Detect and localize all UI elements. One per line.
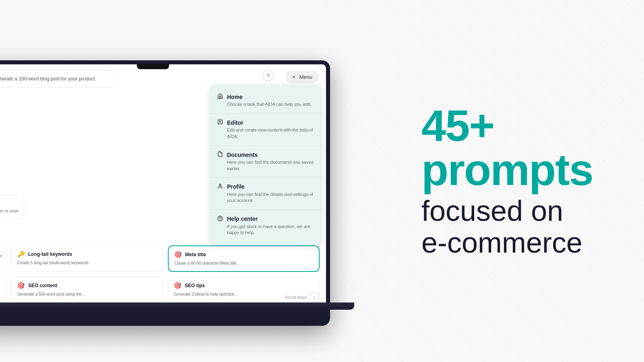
profile-icon — [217, 183, 223, 190]
bottom-cards-row1: words for your 🔑 Long-tail keywords Crea… — [0, 245, 320, 272]
menu-help-desc: If you get stuck or have a question, we … — [217, 224, 314, 236]
question-icon: ? — [266, 73, 269, 79]
menu-profile-label: Profile — [227, 183, 245, 190]
meta-title-label: Meta title — [185, 252, 206, 257]
promo-focused: focused on — [421, 195, 593, 227]
menu-button-label: Menu — [299, 74, 312, 80]
menu-item-home[interactable]: Home Choose a task that AIDA can help yo… — [209, 88, 322, 113]
laptop-screen: Generate a 100-word blog post for your p… — [0, 64, 326, 309]
menu-item-documents[interactable]: Documents Here you can find the document… — [209, 146, 322, 178]
menu-home-label: Home — [227, 94, 243, 100]
menu-documents-desc: Here you can find the documents you save… — [217, 159, 314, 172]
partial-keywords-text: words for your — [0, 250, 3, 258]
bottom-cards-row2: 🎯 SEO content Generate a 500-word post u… — [0, 277, 320, 302]
seo-content-icon: 🎯 — [17, 282, 25, 289]
long-tail-card[interactable]: 🔑 Long-tail keywords Create 5 long-tail … — [11, 245, 163, 272]
menu-profile-desc: Here you can find the details and settin… — [217, 191, 314, 204]
blog-post-card-text: Generate a 100-word blog post for your p… — [0, 76, 107, 82]
partial-left-title: tion — [0, 201, 19, 207]
seo-content-desc: Generate a 500-word post using the... — [17, 292, 157, 297]
help-button[interactable]: ? — [262, 70, 274, 81]
long-tail-card-header: 🔑 Long-tail keywords — [17, 251, 157, 258]
partial-keywords-card: words for your — [0, 245, 6, 272]
dropdown-menu: Home Choose a task that AIDA can help yo… — [209, 84, 322, 245]
promo-prompts: prompts — [421, 148, 593, 192]
menu-item-help[interactable]: Help center If you get stuck or have a q… — [209, 210, 322, 242]
laptop-frame: Generate a 100-word blog post for your p… — [0, 60, 330, 326]
left-section: Generate a 100-word blog post for your p… — [0, 0, 346, 362]
promo-ecommerce: e-commerce — [421, 227, 593, 259]
blog-post-card: Generate a 100-word blog post for your p… — [0, 70, 114, 88]
menu-documents-label: Documents — [227, 152, 258, 158]
long-tail-title: Long-tail keywords — [28, 251, 72, 257]
meta-title-desc: Create a 60-90 character Meta title. — [174, 261, 313, 266]
promo-number: 45+ — [421, 103, 593, 148]
seo-content-title: SEO content — [28, 283, 57, 288]
menu-item-editor[interactable]: Editor Edit and create new content with … — [209, 113, 322, 146]
menu-button[interactable]: ✕ Menu — [285, 71, 319, 83]
seo-content-card[interactable]: 🎯 SEO content Generate a 500-word post u… — [11, 277, 163, 302]
promo-text-block: 45+ prompts focused on e-commerce — [421, 103, 593, 259]
section-ion-label: ion — [0, 181, 24, 191]
seo-content-header: 🎯 SEO content — [17, 282, 157, 289]
menu-home-desc: Choose a task that AIDA can help you wit… — [217, 101, 314, 107]
partial-bottom-card — [0, 277, 6, 302]
home-icon — [217, 93, 223, 100]
menu-help-label: Help center — [227, 216, 258, 222]
svg-point-31 — [219, 184, 221, 186]
partial-left-body: character or your — [0, 208, 19, 213]
edit-icon — [217, 119, 223, 126]
seo-tips-header: 🎯 SEO tips — [174, 282, 314, 289]
partial-section-left: ion tion character or your — [0, 181, 24, 219]
scroll-indicator: Scroll down ↓ — [285, 293, 319, 302]
seo-tips-icon: 🎯 — [174, 282, 182, 289]
menu-editor-desc: Edit and create new content with the hel… — [217, 127, 314, 140]
meta-title-card-header: 🎯 Meta title — [174, 251, 313, 258]
bottom-cards-section: words for your 🔑 Long-tail keywords Crea… — [0, 245, 326, 309]
meta-title-card[interactable]: 🎯 Meta title Create a 60-90 character Me… — [168, 245, 320, 272]
laptop-base — [0, 302, 354, 310]
menu-item-profile[interactable]: Profile Here you can find the details an… — [209, 178, 322, 210]
help-circle-icon — [217, 216, 223, 222]
long-tail-desc: Create 5 long-tail (multi-word) keywords… — [17, 260, 157, 266]
partial-left-card: tion character or your — [0, 195, 24, 219]
close-icon: ✕ — [292, 74, 296, 80]
right-section: 45+ prompts focused on e-commerce — [346, 0, 644, 362]
top-card-area: Generate a 100-word blog post for your p… — [0, 70, 121, 88]
target-icon: 🎯 — [174, 251, 182, 258]
document-icon — [217, 151, 223, 158]
key-icon: 🔑 — [17, 251, 25, 258]
seo-tips-title: SEO tips — [185, 283, 205, 288]
scroll-label: Scroll down — [285, 295, 308, 300]
menu-editor-label: Editor — [227, 119, 243, 126]
screen-content: Generate a 100-word blog post for your p… — [0, 64, 326, 309]
camera-notch — [137, 64, 169, 69]
scroll-arrow-icon: ↓ — [310, 293, 319, 302]
